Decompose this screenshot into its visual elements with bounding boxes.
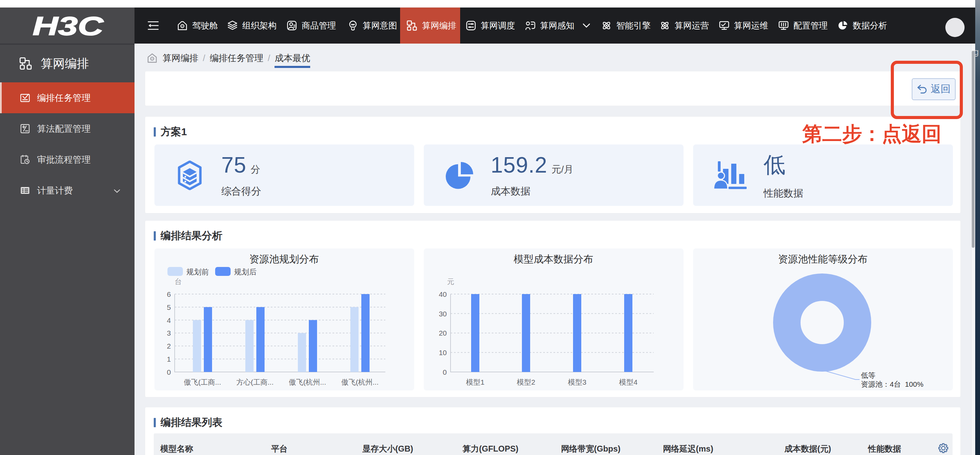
svg-text:规划后: 规划后: [234, 268, 257, 276]
svg-text:傲飞(杭州...: 傲飞(杭州...: [341, 378, 379, 386]
svg-text:3: 3: [167, 329, 171, 337]
svg-text:规划前: 规划前: [186, 268, 209, 276]
svg-text:4: 4: [167, 317, 171, 324]
svg-text:10: 10: [439, 348, 447, 356]
svg-text:6: 6: [167, 290, 171, 298]
svg-text:20: 20: [439, 329, 447, 337]
svg-text:方心(工商...: 方心(工商...: [236, 378, 274, 386]
svg-text:模型2: 模型2: [516, 378, 535, 386]
svg-text:模型3: 模型3: [568, 378, 586, 386]
svg-text:资源池：4台 100%: 资源池：4台 100%: [861, 380, 923, 388]
svg-text:傲飞(工商...: 傲飞(工商...: [184, 378, 221, 386]
svg-text:2: 2: [167, 342, 171, 350]
svg-text:5: 5: [167, 303, 171, 311]
svg-text:30: 30: [439, 310, 447, 318]
svg-text:傲飞(杭州...: 傲飞(杭州...: [289, 378, 326, 386]
svg-text:0: 0: [167, 368, 171, 376]
svg-text:1: 1: [167, 355, 171, 363]
svg-text:低等: 低等: [861, 371, 875, 379]
svg-text:H3C: H3C: [33, 11, 103, 40]
svg-text:0: 0: [443, 368, 447, 376]
svg-text:模型4: 模型4: [619, 378, 638, 386]
svg-text:台: 台: [175, 278, 182, 285]
svg-text:元: 元: [447, 278, 454, 285]
svg-text:模型1: 模型1: [466, 378, 485, 386]
svg-text:40: 40: [439, 290, 447, 298]
svg-text:模型成本数据分布: 模型成本数据分布: [514, 254, 593, 264]
svg-text:资源池性能等级分布: 资源池性能等级分布: [778, 254, 868, 264]
svg-text:资源池规划分布: 资源池规划分布: [250, 254, 319, 264]
